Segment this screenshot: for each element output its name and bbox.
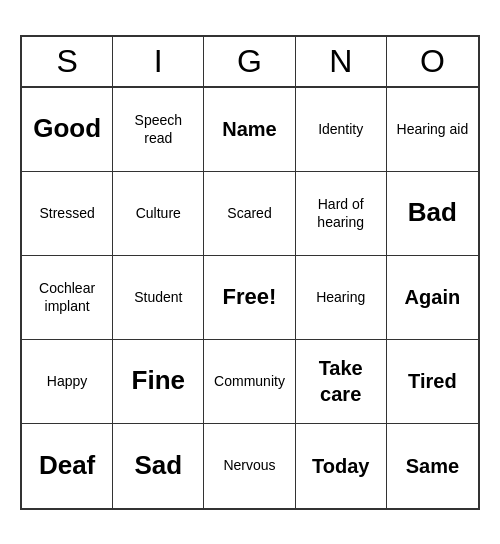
- bingo-card: SIGNO GoodSpeech readNameIdentityHearing…: [20, 35, 480, 510]
- bingo-cell: Fine: [113, 340, 204, 424]
- bingo-cell: Free!: [204, 256, 295, 340]
- bingo-cell: Sad: [113, 424, 204, 508]
- header-letter: S: [22, 37, 113, 86]
- header-letter: I: [113, 37, 204, 86]
- bingo-cell: Community: [204, 340, 295, 424]
- bingo-cell: Stressed: [22, 172, 113, 256]
- bingo-cell: Culture: [113, 172, 204, 256]
- bingo-cell: Scared: [204, 172, 295, 256]
- bingo-cell: Hearing: [296, 256, 387, 340]
- bingo-cell: Take care: [296, 340, 387, 424]
- bingo-header: SIGNO: [22, 37, 478, 88]
- bingo-cell: Hearing aid: [387, 88, 478, 172]
- bingo-cell: Name: [204, 88, 295, 172]
- bingo-grid: GoodSpeech readNameIdentityHearing aidSt…: [22, 88, 478, 508]
- bingo-cell: Cochlear implant: [22, 256, 113, 340]
- bingo-cell: Bad: [387, 172, 478, 256]
- bingo-cell: Same: [387, 424, 478, 508]
- bingo-cell: Again: [387, 256, 478, 340]
- bingo-cell: Today: [296, 424, 387, 508]
- header-letter: O: [387, 37, 478, 86]
- bingo-cell: Happy: [22, 340, 113, 424]
- bingo-cell: Identity: [296, 88, 387, 172]
- bingo-cell: Hard of hearing: [296, 172, 387, 256]
- bingo-cell: Student: [113, 256, 204, 340]
- bingo-cell: Speech read: [113, 88, 204, 172]
- bingo-cell: Nervous: [204, 424, 295, 508]
- bingo-cell: Tired: [387, 340, 478, 424]
- header-letter: N: [296, 37, 387, 86]
- bingo-cell: Good: [22, 88, 113, 172]
- header-letter: G: [204, 37, 295, 86]
- bingo-cell: Deaf: [22, 424, 113, 508]
